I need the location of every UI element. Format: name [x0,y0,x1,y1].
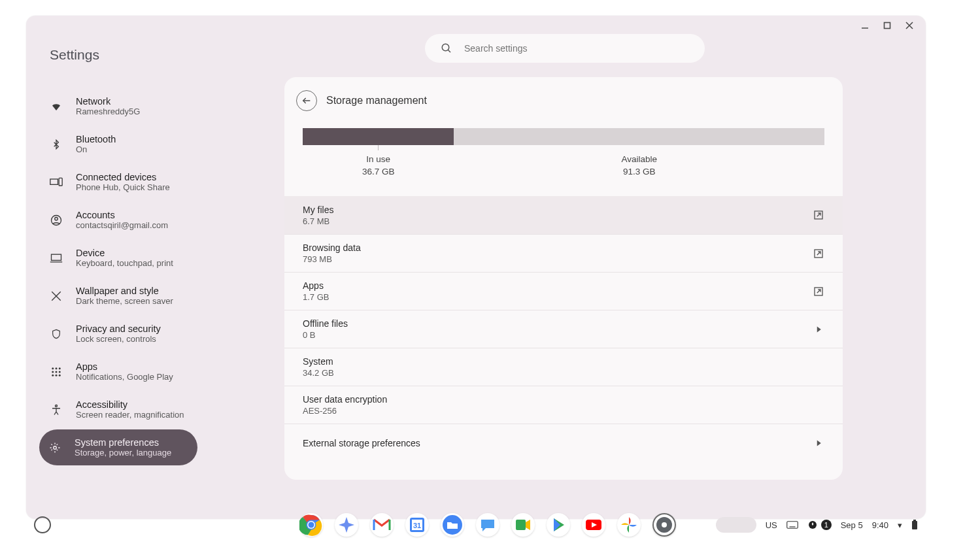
storage-row-offline-files[interactable]: Offline files0 B [284,310,843,348]
nav-subtitle: Rameshreddy5G [76,107,140,116]
date-label[interactable]: Sep 5 [841,520,863,530]
nav-subtitle: Storage, power, language [75,448,171,458]
svg-rect-4 [50,179,58,184]
available-value: 91.3 GB [623,167,656,176]
chevron-right-icon[interactable] [813,324,824,335]
svg-rect-44 [912,521,917,529]
nav-subtitle: Notifications, Google Play [76,372,173,382]
close-button[interactable] [905,21,914,30]
svg-point-17 [56,374,58,376]
keyboard-icon[interactable] [786,520,798,529]
launcher-button[interactable] [34,516,51,533]
row-title: Offline files [303,318,348,329]
open-external-icon[interactable] [813,286,824,297]
bluetooth-icon [50,138,63,151]
dock-files[interactable] [441,513,464,537]
svg-point-15 [59,371,61,373]
back-button[interactable] [296,90,317,111]
sidebar-item-accounts[interactable]: Accounts contactsqiril@gmail.com [50,202,276,238]
sidebar-item-wallpaper-and-style[interactable]: Wallpaper and style Dark theme, screen s… [50,278,276,314]
account-icon [50,214,63,227]
svg-rect-5 [59,178,62,186]
sidebar: Settings Network Rameshreddy5G Bluetooth… [26,35,282,519]
sidebar-item-connected-devices[interactable]: Connected devices Phone Hub, Quick Share [50,164,276,200]
input-language[interactable]: US [766,520,777,530]
svg-point-10 [52,367,54,369]
gear-icon [48,441,61,454]
search-input[interactable] [464,43,689,54]
dock-meet[interactable] [511,513,535,537]
svg-line-22 [448,50,450,52]
wifi-icon[interactable]: ▾ [898,520,902,530]
row-value: 34.2 GB [303,368,334,378]
minimize-button[interactable] [860,21,870,30]
time-label[interactable]: 9:40 [872,520,888,530]
svg-point-16 [52,374,54,376]
battery-icon[interactable] [911,520,918,530]
nav-title: Bluetooth [76,134,116,144]
in-use-label: In use [366,154,390,164]
sidebar-item-system-preferences[interactable]: System preferences Storage, power, langu… [39,429,197,465]
sidebar-item-device[interactable]: Device Keyboard, touchpad, print [50,240,276,276]
titlebar [26,16,926,35]
sidebar-item-network[interactable]: Network Rameshreddy5G [50,88,276,124]
svg-point-11 [56,367,58,369]
devices-icon [50,176,63,189]
nav-title: Wallpaper and style [76,286,173,296]
row-value: 0 B [303,330,348,340]
svg-rect-36 [516,520,526,530]
dock-messages[interactable] [476,513,499,537]
style-icon [50,290,63,303]
svg-point-7 [55,217,58,220]
dock-gmail[interactable] [370,513,394,537]
nav-title: System preferences [75,437,171,448]
svg-rect-45 [913,520,916,521]
dock-settings[interactable] [652,513,676,537]
nav-title: Network [76,96,140,107]
row-title: System [303,356,334,367]
system-tray[interactable]: US 1 Sep 5 9:40 ▾ [716,517,918,533]
chevron-right-icon[interactable] [813,437,824,449]
svg-text:31: 31 [413,522,421,529]
settings-window: Settings Network Rameshreddy5G Bluetooth… [26,16,926,519]
svg-rect-40 [786,522,798,529]
shelf: 31 US 1 Sep 5 9:40 ▾ [26,510,926,540]
row-value: AES-256 [303,406,387,416]
svg-point-20 [54,446,57,449]
storage-card: Storage management In use 36.7 GB Availa… [284,77,843,480]
storage-row-external-storage-preferences[interactable]: External storage preferences [284,424,843,461]
svg-rect-8 [52,254,61,260]
sidebar-item-bluetooth[interactable]: Bluetooth On [50,126,276,162]
svg-point-30 [309,522,314,528]
nav-subtitle: Lock screen, controls [76,334,161,344]
row-title: User data encryption [303,394,387,405]
sidebar-item-privacy-and-security[interactable]: Privacy and security Lock screen, contro… [50,316,276,352]
storage-row-apps[interactable]: Apps1.7 GB [284,272,843,310]
dock-gemini[interactable] [335,513,358,537]
nav-title: Apps [76,361,173,372]
search-bar[interactable] [425,34,705,63]
nav-subtitle: On [76,144,116,154]
dock-photos[interactable] [617,513,641,537]
maximize-button[interactable] [883,21,892,30]
dock-chrome[interactable] [299,513,323,537]
storage-row-browsing-data[interactable]: Browsing data793 MB [284,234,843,272]
open-external-icon[interactable] [813,248,824,259]
svg-point-19 [56,405,58,407]
open-external-icon[interactable] [813,209,824,221]
dock-calendar[interactable]: 31 [405,513,429,537]
notification-icon[interactable] [807,520,818,530]
storage-row-my-files[interactable]: My files6.7 MB [284,196,843,234]
dock-youtube[interactable] [582,513,605,537]
sidebar-item-apps[interactable]: Apps Notifications, Google Play [50,354,276,390]
sidebar-item-accessibility[interactable]: Accessibility Screen reader, magnificati… [50,392,276,427]
app-title: Settings [50,47,276,63]
row-title: Browsing data [303,242,361,253]
nav-subtitle: Keyboard, touchpad, print [76,258,173,268]
dock-play-store[interactable] [547,513,570,537]
row-title: My files [303,205,333,215]
nav-subtitle: Dark theme, screen saver [76,296,173,306]
notification-badge: 1 [821,520,832,530]
nav-title: Privacy and security [76,324,161,334]
nav-subtitle: Screen reader, magnification [76,410,184,420]
